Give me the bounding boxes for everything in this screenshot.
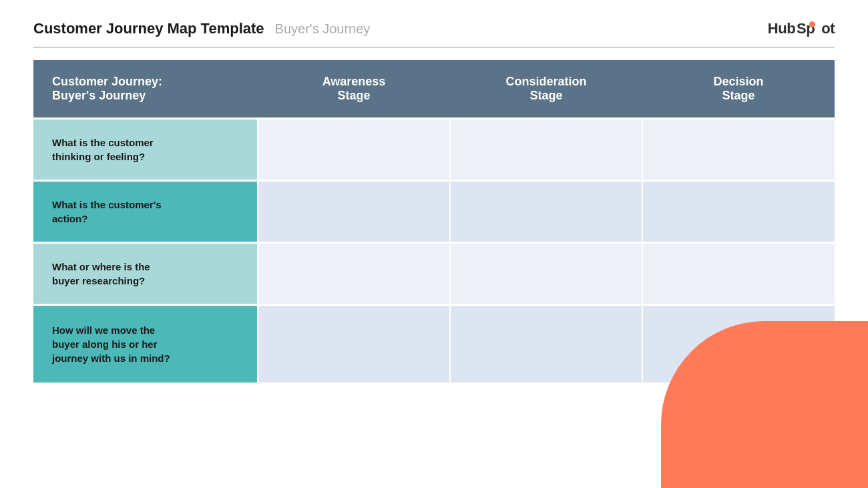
row-3-awareness — [258, 243, 450, 305]
table-header-row: Customer Journey:Buyer's Journey Awarene… — [33, 60, 835, 119]
row-1-decision — [642, 119, 835, 181]
table-row: What or where is thebuyer researching? — [33, 243, 835, 305]
row-4-consideration — [450, 305, 642, 383]
page-subtitle: Buyer's Journey — [275, 21, 371, 37]
row-3-decision — [642, 243, 835, 305]
row-label-4: How will we move thebuyer along his or h… — [33, 305, 258, 383]
hubspot-logo-spot: Sp ​ — [797, 20, 815, 37]
header-left: Customer Journey Map Template Buyer's Jo… — [33, 20, 370, 37]
page-title: Customer Journey Map Template — [33, 20, 264, 37]
row-3-consideration — [450, 243, 642, 305]
header: Customer Journey Map Template Buyer's Jo… — [33, 20, 835, 37]
col-header-decision: DecisionStage — [642, 60, 835, 119]
row-label-1: What is the customerthinking or feeling? — [33, 119, 258, 181]
col-header-consideration: ConsiderationStage — [450, 60, 642, 119]
row-label-2: What is the customer'saction? — [33, 181, 258, 243]
row-label-3: What or where is thebuyer researching? — [33, 243, 258, 305]
hubspot-logo: Hub Sp ​ ot — [768, 20, 835, 37]
row-1-consideration — [450, 119, 642, 181]
row-2-decision — [642, 181, 835, 243]
col-header-label: Customer Journey:Buyer's Journey — [33, 60, 258, 119]
table-row: What is the customerthinking or feeling? — [33, 119, 835, 181]
table-row: What is the customer'saction? — [33, 181, 835, 243]
col-header-awareness: AwarenessStage — [258, 60, 450, 119]
row-4-awareness — [258, 305, 450, 383]
hubspot-logo-ot: ot — [821, 20, 835, 37]
row-2-consideration — [450, 181, 642, 243]
row-1-awareness — [258, 119, 450, 181]
row-2-awareness — [258, 181, 450, 243]
page-container: Customer Journey Map Template Buyer's Jo… — [0, 0, 868, 488]
header-divider — [33, 47, 835, 48]
hubspot-logo-text: Hub — [768, 20, 795, 37]
